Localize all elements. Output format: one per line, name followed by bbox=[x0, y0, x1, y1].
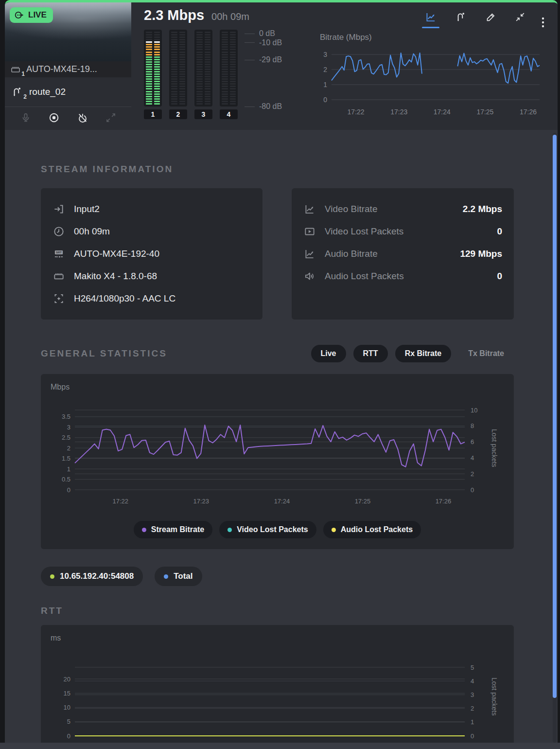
legend-stream-bitrate[interactable]: Stream Bitrate bbox=[134, 521, 212, 538]
meter-channel-3: 3 bbox=[194, 30, 212, 119]
tab-tx-bitrate[interactable]: Tx Bitrate bbox=[458, 345, 514, 362]
db-scale-label: -80 dB bbox=[245, 102, 282, 111]
video-thumbnail[interactable]: LIVE bbox=[5, 2, 131, 61]
meter-column bbox=[179, 32, 186, 105]
stream-detail-row: SRTAUTO-MX4E-192-40 bbox=[52, 243, 251, 265]
svg-text:2: 2 bbox=[471, 705, 474, 712]
stream-detail-text: H264/1080p30 - AAC LC bbox=[74, 293, 175, 304]
scrollbar[interactable] bbox=[552, 133, 558, 743]
source-name: AUTO-MX4E-19... bbox=[26, 64, 97, 74]
svg-text:0: 0 bbox=[471, 486, 474, 494]
bitrate-chart-icon bbox=[303, 248, 316, 260]
header-toolbar bbox=[311, 6, 550, 28]
encoder-icon bbox=[10, 64, 21, 75]
legend-video-lost-packets[interactable]: Video Lost Packets bbox=[219, 521, 316, 538]
route-number: 2 bbox=[23, 93, 27, 100]
svg-text:2: 2 bbox=[323, 66, 327, 73]
meter-channel-4: 4 bbox=[220, 30, 238, 119]
db-scale-label: 0 dB bbox=[245, 29, 275, 38]
collapse-button[interactable] bbox=[513, 10, 527, 24]
expand-icon bbox=[105, 112, 117, 124]
db-tick bbox=[245, 107, 255, 107]
stream-metric-label: Video Bitrate bbox=[325, 204, 454, 214]
svg-text:4: 4 bbox=[471, 454, 474, 462]
kebab-menu-button[interactable] bbox=[536, 14, 550, 31]
filter-endpoint[interactable]: 10.65.192.40:54808 bbox=[41, 567, 143, 586]
svg-text:17:22: 17:22 bbox=[113, 498, 129, 505]
filter-total[interactable]: Total bbox=[155, 567, 202, 586]
tab-rx-bitrate[interactable]: Rx Bitrate bbox=[395, 345, 452, 362]
meter-column bbox=[230, 32, 236, 105]
svg-text:8: 8 bbox=[471, 422, 474, 429]
page-bottom-strip bbox=[0, 743, 560, 749]
meter-column bbox=[196, 32, 203, 105]
tab-live[interactable]: Live bbox=[311, 345, 346, 362]
svg-text:1.5: 1.5 bbox=[62, 455, 70, 462]
stream-metric-row: Audio Lost Packets0 bbox=[303, 265, 502, 287]
db-tick bbox=[245, 42, 255, 43]
legend-label: Stream Bitrate bbox=[151, 525, 204, 534]
codec-icon bbox=[52, 292, 65, 305]
meter-channel-label: 2 bbox=[169, 109, 187, 119]
chart-view-button[interactable] bbox=[423, 9, 438, 25]
general-statistics-card: Mbps 00.511.522.533.50246810Lost packets… bbox=[41, 374, 514, 549]
microphone-button[interactable] bbox=[19, 111, 33, 125]
stream-uptime: 00h 09m bbox=[211, 11, 249, 22]
svg-text:5: 5 bbox=[471, 664, 474, 671]
db-scale: 0 dB-10 dB-29 dB-80 dB bbox=[245, 30, 298, 107]
stream-metric-value: 0 bbox=[497, 271, 502, 282]
svg-text:2: 2 bbox=[471, 470, 474, 478]
edit-icon bbox=[485, 11, 497, 23]
stats-chart-unit-label: Mbps bbox=[51, 383, 70, 391]
preview-column: LIVE 1 AUTO-MX4E-19... bbox=[5, 2, 131, 130]
svg-text:6: 6 bbox=[471, 438, 474, 446]
microphone-icon bbox=[20, 112, 32, 124]
filter-color-dot bbox=[50, 574, 54, 579]
svg-text:17:26: 17:26 bbox=[436, 498, 452, 505]
srt-protocol-icon: SRT bbox=[52, 248, 65, 260]
record-button[interactable] bbox=[47, 110, 61, 125]
chart-view-icon bbox=[424, 11, 437, 23]
route-view-button[interactable] bbox=[453, 9, 469, 25]
route-name-row: 2 route_02 bbox=[5, 77, 131, 107]
stream-detail-row: H264/1080p30 - AAC LC bbox=[52, 287, 251, 310]
general-statistics-chart[interactable]: 00.511.522.533.50246810Lost packets17:22… bbox=[51, 394, 504, 517]
svg-text:1: 1 bbox=[471, 718, 474, 726]
live-badge: LIVE bbox=[10, 7, 53, 23]
tab-rtt[interactable]: RTT bbox=[353, 345, 388, 362]
collapse-icon bbox=[514, 11, 526, 23]
statistics-tabs: LiveRTTRx BitrateTx Bitrate bbox=[311, 345, 514, 362]
header-chart-title: Bitrate (Mbps) bbox=[320, 33, 550, 42]
db-tick bbox=[245, 34, 255, 34]
svg-text:17:24: 17:24 bbox=[274, 498, 290, 505]
legend-label: Video Lost Packets bbox=[237, 525, 308, 534]
stream-metric-row: Audio Bitrate129 Mbps bbox=[303, 243, 502, 265]
stream-detail-text: Makito X4 - 1.8.0-68 bbox=[74, 271, 157, 282]
svg-text:0: 0 bbox=[67, 486, 70, 494]
stream-bitrate-value: 2.3 Mbps bbox=[144, 7, 204, 23]
header-bitrate-chart[interactable]: 012317:2217:2317:2417:2517:26 bbox=[311, 42, 549, 119]
scrollbar-thumb[interactable] bbox=[553, 135, 557, 698]
svg-text:20: 20 bbox=[64, 676, 70, 683]
route-name: route_02 bbox=[29, 87, 66, 97]
encoder-icon bbox=[52, 270, 65, 283]
svg-text:17:26: 17:26 bbox=[520, 108, 537, 116]
svg-text:2.5: 2.5 bbox=[62, 434, 70, 441]
svg-text:1: 1 bbox=[323, 81, 327, 89]
stream-detail-content: STREAM INFORMATION Input200h 09mSRTAUTO-… bbox=[5, 164, 558, 743]
meter-column bbox=[146, 32, 152, 105]
stream-metric-row: Video Bitrate2.2 Mbps bbox=[303, 198, 502, 220]
filter-color-dot bbox=[164, 574, 168, 579]
stream-metric-value: 2.2 Mbps bbox=[463, 204, 502, 214]
power-off-button[interactable] bbox=[75, 110, 90, 125]
expand-button[interactable] bbox=[104, 111, 118, 125]
meter-column bbox=[222, 32, 228, 105]
svg-text:3: 3 bbox=[471, 691, 474, 698]
stream-metric-label: Video Lost Packets bbox=[325, 226, 488, 237]
filter-label: Total bbox=[174, 571, 192, 581]
svg-text:0: 0 bbox=[67, 732, 70, 740]
legend-audio-lost-packets[interactable]: Audio Lost Packets bbox=[323, 521, 421, 538]
live-icon bbox=[14, 10, 25, 20]
rtt-chart[interactable]: 05101520012345Lost packets17:2217:2317:2… bbox=[51, 645, 504, 743]
edit-button[interactable] bbox=[483, 10, 498, 25]
